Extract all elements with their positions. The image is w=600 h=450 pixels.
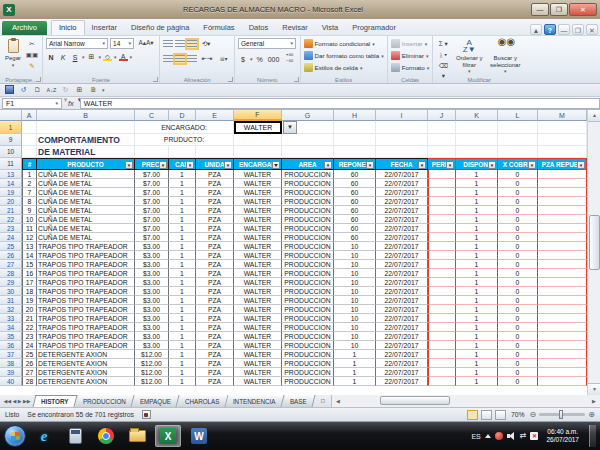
cell[interactable]: $3.00 bbox=[135, 242, 169, 251]
fill-button[interactable]: ⤓ ▾ bbox=[436, 50, 450, 60]
page-break-view-button[interactable] bbox=[495, 410, 506, 420]
taskbar-word[interactable]: W bbox=[186, 425, 212, 447]
cell[interactable]: PZA bbox=[196, 179, 234, 188]
cell[interactable] bbox=[538, 251, 587, 260]
cell[interactable]: $12.00 bbox=[135, 368, 169, 377]
cell[interactable]: 10 bbox=[334, 296, 376, 305]
cell[interactable]: 60 bbox=[334, 170, 376, 179]
cell[interactable]: 21 bbox=[22, 314, 37, 323]
tab-vista[interactable]: Vista bbox=[315, 21, 346, 35]
cell[interactable]: 22/07/2017 bbox=[376, 314, 428, 323]
cell[interactable]: DETERGENTE AXION bbox=[37, 359, 135, 368]
bold-button[interactable]: N bbox=[46, 54, 56, 61]
column-header-G[interactable]: G bbox=[282, 110, 334, 121]
cell-H1[interactable] bbox=[334, 121, 376, 134]
cell[interactable]: 10 bbox=[334, 341, 376, 350]
cell[interactable] bbox=[538, 359, 587, 368]
cell-A9[interactable] bbox=[22, 134, 37, 146]
row-header-30[interactable]: 30 bbox=[0, 287, 22, 296]
cell[interactable]: 10 bbox=[334, 269, 376, 278]
row-header-9[interactable]: 9 bbox=[0, 134, 22, 146]
cell[interactable]: WALTER bbox=[234, 179, 282, 188]
cell[interactable]: PZA bbox=[196, 350, 234, 359]
language-indicator[interactable]: ES bbox=[471, 433, 480, 440]
cell[interactable]: 0 bbox=[498, 224, 538, 233]
cell[interactable]: 22/07/2017 bbox=[376, 278, 428, 287]
cell[interactable] bbox=[428, 188, 456, 197]
cell-J10[interactable] bbox=[428, 146, 456, 158]
cell[interactable]: 22/07/2017 bbox=[376, 242, 428, 251]
filter-dropdown-icon[interactable]: ▼ bbox=[446, 161, 454, 169]
cell[interactable]: 18 bbox=[22, 287, 37, 296]
cell[interactable]: WALTER bbox=[234, 215, 282, 224]
cell[interactable] bbox=[428, 233, 456, 242]
cell[interactable]: PRODUCCION bbox=[282, 359, 334, 368]
cell[interactable]: 22/07/2017 bbox=[376, 350, 428, 359]
insert-cells-button[interactable]: Insertar▾ bbox=[391, 38, 428, 49]
cell[interactable]: 22/07/2017 bbox=[376, 269, 428, 278]
formula-input[interactable]: WALTER bbox=[80, 98, 600, 109]
column-header-I[interactable]: I bbox=[376, 110, 428, 121]
cell[interactable]: PRODUCCION bbox=[282, 269, 334, 278]
row-header-22[interactable]: 22 bbox=[0, 215, 22, 224]
cell[interactable] bbox=[538, 368, 587, 377]
cell[interactable]: 1 bbox=[456, 215, 498, 224]
cell[interactable]: 1 bbox=[169, 251, 196, 260]
cell[interactable]: PZA bbox=[196, 305, 234, 314]
sheet-tab-produccion[interactable]: PRODUCCION bbox=[75, 395, 134, 407]
cut-icon[interactable]: ✂ bbox=[25, 39, 39, 49]
cell[interactable] bbox=[538, 314, 587, 323]
align-left-icon[interactable] bbox=[163, 55, 173, 63]
cell[interactable]: 60 bbox=[334, 188, 376, 197]
cell[interactable] bbox=[428, 323, 456, 332]
cell[interactable]: PZA bbox=[196, 323, 234, 332]
cell[interactable]: WALTER bbox=[234, 314, 282, 323]
cell[interactable]: DETERGENTE AXION bbox=[37, 377, 135, 386]
cell[interactable]: $7.00 bbox=[135, 197, 169, 206]
cell[interactable]: 0 bbox=[498, 377, 538, 386]
cell-styles-button[interactable]: Estilos de celda▾ bbox=[304, 62, 363, 73]
cell[interactable]: 1 bbox=[169, 197, 196, 206]
row-header-14[interactable]: 14 bbox=[0, 179, 22, 188]
align-bottom-icon[interactable] bbox=[187, 40, 197, 48]
cell[interactable] bbox=[428, 251, 456, 260]
tab-revisar[interactable]: Revisar bbox=[275, 21, 314, 35]
cell[interactable] bbox=[538, 170, 587, 179]
cell[interactable]: PZA bbox=[196, 188, 234, 197]
action-center-flag-icon[interactable]: ✕ bbox=[530, 432, 538, 440]
cell[interactable]: 1 bbox=[456, 269, 498, 278]
cell[interactable] bbox=[428, 206, 456, 215]
taskbar-chrome[interactable] bbox=[93, 425, 119, 447]
select-all-corner[interactable] bbox=[0, 110, 22, 121]
cell[interactable]: 1 bbox=[456, 368, 498, 377]
cell[interactable]: WALTER bbox=[234, 377, 282, 386]
row-header-19[interactable]: 19 bbox=[0, 188, 22, 197]
zoom-in-icon[interactable]: ⊕ bbox=[588, 411, 595, 419]
undo-icon[interactable]: ↺ ▾ bbox=[18, 85, 29, 95]
macro-record-icon[interactable] bbox=[142, 410, 151, 419]
cell[interactable]: 1 bbox=[456, 377, 498, 386]
cell[interactable]: PZA bbox=[196, 170, 234, 179]
cell[interactable] bbox=[428, 359, 456, 368]
cell[interactable]: PZA bbox=[196, 377, 234, 386]
row-header-11[interactable]: 11 bbox=[0, 158, 22, 170]
cell[interactable]: 25 bbox=[22, 350, 37, 359]
cell[interactable]: 0 bbox=[498, 332, 538, 341]
fill-color-icon[interactable]: ◇ bbox=[103, 53, 112, 61]
row-header-27[interactable]: 27 bbox=[0, 260, 22, 269]
cell[interactable]: 22 bbox=[22, 323, 37, 332]
cell[interactable] bbox=[538, 377, 587, 386]
cell[interactable]: 12 bbox=[22, 233, 37, 242]
sync-icon[interactable]: ⇄ bbox=[520, 432, 527, 440]
row-header-28[interactable]: 28 bbox=[0, 269, 22, 278]
cell[interactable]: 1 bbox=[456, 242, 498, 251]
row-header-39[interactable]: 39 bbox=[0, 368, 22, 377]
tab-archivo[interactable]: Archivo bbox=[2, 21, 47, 35]
insert-worksheet-icon[interactable]: 🗋 bbox=[315, 395, 331, 407]
cell[interactable]: 1 bbox=[169, 269, 196, 278]
cell-D10[interactable] bbox=[169, 146, 196, 158]
cell[interactable]: CUÑA DE METAL bbox=[37, 233, 135, 242]
cell[interactable] bbox=[538, 188, 587, 197]
cell[interactable]: 0 bbox=[498, 314, 538, 323]
dialog-launcher-icon[interactable] bbox=[228, 77, 233, 82]
